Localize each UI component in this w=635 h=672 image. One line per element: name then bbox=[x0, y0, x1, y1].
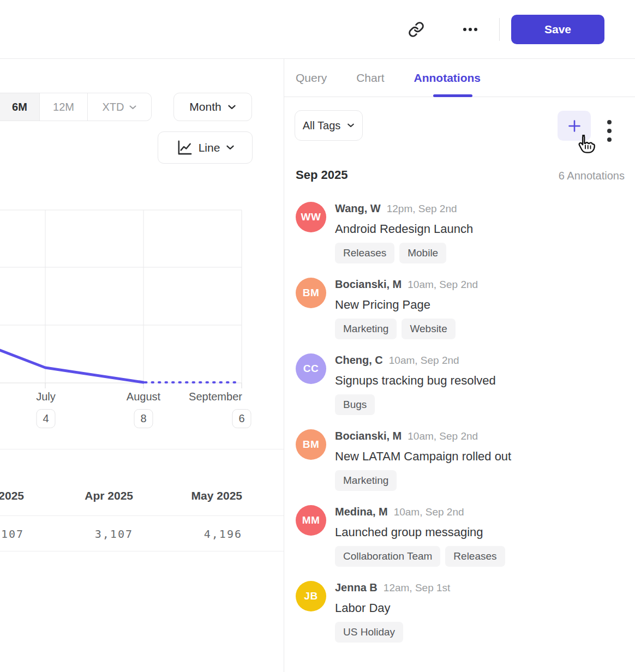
annotation-meta: Wang, W12pm, Sep 2nd bbox=[335, 202, 473, 215]
table-cell-value: 3,107 bbox=[24, 526, 133, 542]
annotation-tag: Mobile bbox=[399, 243, 446, 263]
annotation-author: Bocianski, M bbox=[335, 278, 402, 291]
add-annotation-button[interactable] bbox=[558, 111, 591, 141]
annotation-row[interactable]: BMBocianski, M10am, Sep 2ndNew LATAM Cam… bbox=[296, 429, 631, 491]
tab-chart[interactable]: Chart bbox=[356, 71, 384, 85]
annotation-count-badge[interactable]: 6 bbox=[232, 409, 251, 428]
annotation-title: New LATAM Campaign rolled out bbox=[335, 447, 511, 465]
annotation-timestamp: 10am, Sep 2nd bbox=[408, 278, 478, 291]
avatar: MM bbox=[296, 505, 326, 536]
topbar: Save bbox=[0, 0, 635, 59]
x-axis-label: July bbox=[36, 391, 56, 403]
save-button[interactable]: Save bbox=[511, 15, 604, 44]
x-axis-label: August bbox=[127, 391, 160, 403]
annotations-list: WWWang, W12pm, Sep 2ndAndroid Redesign L… bbox=[296, 202, 631, 657]
annotations-menu-button[interactable] bbox=[598, 116, 620, 146]
table-column-header: Apr 2025 bbox=[24, 488, 133, 503]
granularity-dropdown[interactable]: Month bbox=[173, 93, 252, 121]
annotation-content: Jenna B12am, Sep 1stLabor DayUS Holiday bbox=[335, 581, 450, 643]
table-column: Apr 20253,107 bbox=[24, 449, 133, 542]
annotation-tag: Bugs bbox=[335, 394, 375, 415]
annotation-tag: Releases bbox=[445, 546, 505, 567]
avatar: JB bbox=[296, 581, 326, 611]
annotation-row[interactable]: CCCheng, C10am, Sep 2ndSignups tracking … bbox=[296, 353, 631, 415]
annotation-row[interactable]: BMBocianski, M10am, Sep 2ndNew Pricing P… bbox=[296, 278, 631, 339]
annotation-content: Cheng, C10am, Sep 2ndSignups tracking bu… bbox=[335, 353, 496, 415]
plus-icon bbox=[567, 118, 582, 134]
chart-panel: 6M12MXTD Month Line JulyAugustSeptember … bbox=[0, 59, 284, 672]
annotation-meta: Bocianski, M10am, Sep 2nd bbox=[335, 278, 478, 291]
annotation-tag: Collaboration Team bbox=[335, 546, 440, 567]
annotations-count: 6 Annotations bbox=[559, 170, 625, 182]
annotation-tag: Website bbox=[402, 319, 455, 339]
annotation-content: Bocianski, M10am, Sep 2ndNew LATAM Campa… bbox=[335, 429, 511, 491]
chevron-down-icon bbox=[129, 105, 137, 110]
panel-tabs: QueryChartAnnotations bbox=[284, 59, 635, 97]
annotation-tag: Marketing bbox=[335, 470, 397, 491]
range-segment-xtd[interactable]: XTD bbox=[87, 93, 151, 121]
annotation-tag: Marketing bbox=[335, 319, 397, 339]
all-tags-label: All Tags bbox=[303, 119, 341, 132]
table-divider bbox=[0, 551, 284, 551]
range-segment-label: XTD bbox=[103, 101, 124, 113]
annotation-content: Bocianski, M10am, Sep 2ndNew Pricing Pag… bbox=[335, 278, 478, 339]
chart-type-label: Line bbox=[199, 141, 220, 154]
annotation-tags: Bugs bbox=[335, 394, 496, 415]
granularity-label: Month bbox=[189, 100, 221, 113]
avatar: CC bbox=[296, 353, 326, 384]
annotation-title: Signups tracking bug resolved bbox=[335, 371, 496, 389]
annotation-timestamp: 10am, Sep 2nd bbox=[389, 354, 459, 367]
annotation-title: Labor Day bbox=[335, 599, 450, 617]
range-segment-12m[interactable]: 12M bbox=[39, 93, 87, 121]
avatar: WW bbox=[296, 202, 326, 232]
chart-editor-app: Save 6M12MXTD Month Line JulyAugustSepte… bbox=[0, 0, 635, 672]
table-column-header: May 2025 bbox=[133, 488, 242, 503]
annotation-title: New Pricing Page bbox=[335, 296, 478, 314]
copy-link-button[interactable] bbox=[406, 20, 427, 39]
annotation-row[interactable]: WWWang, W12pm, Sep 2ndAndroid Redesign L… bbox=[296, 202, 631, 263]
annotation-timestamp: 10am, Sep 2nd bbox=[394, 506, 464, 519]
tab-annotations[interactable]: Annotations bbox=[414, 71, 481, 85]
annotation-tags: MarketingWebsite bbox=[335, 319, 478, 339]
annotation-count-badge[interactable]: 8 bbox=[134, 409, 153, 428]
more-options-button[interactable] bbox=[456, 22, 484, 37]
annotation-meta: Bocianski, M10am, Sep 2nd bbox=[335, 429, 511, 443]
annotation-row[interactable]: JBJenna B12am, Sep 1stLabor DayUS Holida… bbox=[296, 581, 631, 643]
range-segment-label: 6M bbox=[12, 101, 27, 113]
month-section-header: Sep 2025 bbox=[296, 168, 348, 182]
range-segment-label: 12M bbox=[53, 101, 74, 113]
line-chart-icon bbox=[176, 139, 193, 156]
avatar: BM bbox=[296, 278, 326, 308]
annotation-count-badge[interactable]: 4 bbox=[37, 409, 56, 428]
line-chart-plot[interactable] bbox=[0, 207, 245, 391]
active-tab-indicator bbox=[433, 94, 472, 97]
annotation-title: Android Redesign Launch bbox=[335, 220, 473, 238]
annotation-tags: Collaboration TeamReleases bbox=[335, 546, 505, 567]
topbar-divider bbox=[499, 18, 500, 41]
summary-table: 2025107Apr 20253,107May 20254,196 bbox=[0, 449, 242, 542]
x-axis-label: September bbox=[189, 391, 242, 403]
annotation-author: Bocianski, M bbox=[335, 429, 402, 442]
annotation-tag: US Holiday bbox=[335, 622, 403, 643]
annotation-author: Cheng, C bbox=[335, 353, 383, 367]
tab-query[interactable]: Query bbox=[296, 71, 327, 85]
annotation-author: Jenna B bbox=[335, 581, 378, 594]
table-cell-value: 107 bbox=[0, 526, 24, 542]
annotation-row[interactable]: MMMedina, M10am, Sep 2ndLaunched group m… bbox=[296, 505, 631, 567]
avatar: BM bbox=[296, 429, 326, 460]
chevron-down-icon bbox=[227, 104, 236, 110]
annotation-content: Wang, W12pm, Sep 2ndAndroid Redesign Lau… bbox=[335, 202, 473, 263]
all-tags-filter-dropdown[interactable]: All Tags bbox=[295, 110, 363, 141]
ellipsis-icon bbox=[462, 28, 478, 31]
annotation-timestamp: 12pm, Sep 2nd bbox=[387, 202, 457, 215]
table-column-header: 2025 bbox=[0, 488, 24, 503]
chart-type-dropdown[interactable]: Line bbox=[158, 131, 253, 164]
annotation-meta: Jenna B12am, Sep 1st bbox=[335, 581, 450, 595]
range-segment-6m[interactable]: 6M bbox=[0, 93, 39, 121]
table-cell-value: 4,196 bbox=[133, 526, 242, 542]
chevron-down-icon bbox=[347, 123, 355, 128]
annotation-meta: Cheng, C10am, Sep 2nd bbox=[335, 353, 496, 367]
annotation-tags: Marketing bbox=[335, 470, 511, 491]
annotation-author: Wang, W bbox=[335, 202, 381, 215]
annotation-tags: ReleasesMobile bbox=[335, 243, 473, 263]
